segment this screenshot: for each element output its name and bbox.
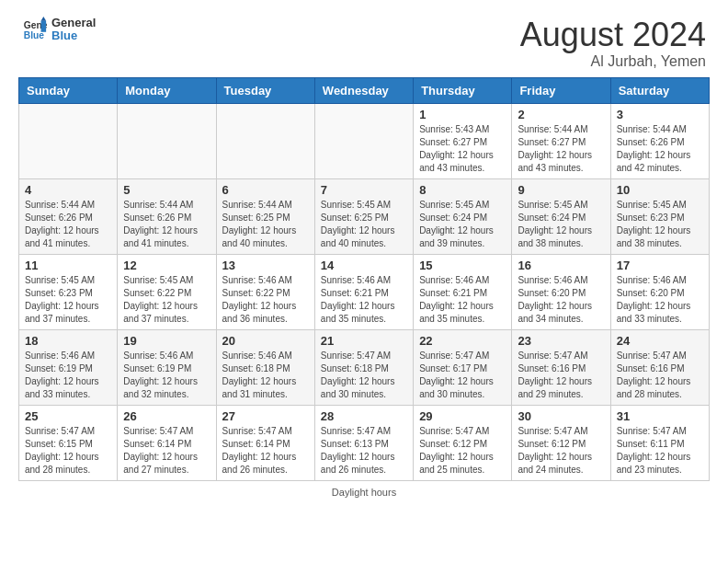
calendar-table: SundayMondayTuesdayWednesdayThursdayFrid… bbox=[18, 77, 710, 481]
svg-text:Blue: Blue bbox=[24, 31, 45, 41]
page-header: General Blue General Blue August 2024 Al… bbox=[0, 0, 728, 77]
calendar-wrapper: SundayMondayTuesdayWednesdayThursdayFrid… bbox=[0, 77, 728, 481]
day-number: 12 bbox=[123, 259, 210, 272]
calendar-cell bbox=[314, 103, 413, 178]
calendar-cell: 16Sunrise: 5:46 AM Sunset: 6:20 PM Dayli… bbox=[512, 254, 610, 329]
calendar-cell: 27Sunrise: 5:47 AM Sunset: 6:14 PM Dayli… bbox=[216, 405, 314, 480]
day-info: Sunrise: 5:45 AM Sunset: 6:24 PM Dayligh… bbox=[419, 199, 506, 250]
calendar-cell bbox=[19, 103, 118, 178]
calendar-cell: 29Sunrise: 5:47 AM Sunset: 6:12 PM Dayli… bbox=[414, 405, 512, 480]
day-info: Sunrise: 5:44 AM Sunset: 6:27 PM Dayligh… bbox=[518, 123, 604, 175]
day-info: Sunrise: 5:46 AM Sunset: 6:20 PM Dayligh… bbox=[518, 274, 604, 326]
location-title: Al Jurbah, Yemen bbox=[520, 53, 706, 70]
calendar-cell: 31Sunrise: 5:47 AM Sunset: 6:11 PM Dayli… bbox=[610, 405, 709, 480]
day-number: 11 bbox=[25, 259, 111, 272]
calendar-cell: 25Sunrise: 5:47 AM Sunset: 6:15 PM Dayli… bbox=[19, 405, 118, 480]
day-info: Sunrise: 5:44 AM Sunset: 6:26 PM Dayligh… bbox=[617, 123, 703, 175]
calendar-header-row: SundayMondayTuesdayWednesdayThursdayFrid… bbox=[19, 77, 710, 103]
calendar-week-row: 4Sunrise: 5:44 AM Sunset: 6:26 PM Daylig… bbox=[19, 178, 710, 254]
calendar-cell: 9Sunrise: 5:45 AM Sunset: 6:24 PM Daylig… bbox=[512, 178, 610, 254]
day-info: Sunrise: 5:47 AM Sunset: 6:12 PM Dayligh… bbox=[419, 425, 506, 477]
calendar-cell: 30Sunrise: 5:47 AM Sunset: 6:12 PM Dayli… bbox=[512, 405, 610, 480]
day-number: 6 bbox=[222, 183, 309, 197]
day-info: Sunrise: 5:46 AM Sunset: 6:22 PM Dayligh… bbox=[222, 274, 309, 326]
day-info: Sunrise: 5:47 AM Sunset: 6:16 PM Dayligh… bbox=[518, 350, 604, 401]
calendar-cell: 2Sunrise: 5:44 AM Sunset: 6:27 PM Daylig… bbox=[512, 103, 610, 178]
day-number: 25 bbox=[25, 409, 111, 423]
logo: General Blue General Blue bbox=[22, 17, 96, 43]
day-number: 5 bbox=[123, 183, 210, 197]
day-number: 24 bbox=[617, 334, 703, 348]
calendar-cell: 20Sunrise: 5:46 AM Sunset: 6:18 PM Dayli… bbox=[216, 329, 314, 405]
calendar-cell: 28Sunrise: 5:47 AM Sunset: 6:13 PM Dayli… bbox=[314, 405, 413, 480]
day-info: Sunrise: 5:46 AM Sunset: 6:19 PM Dayligh… bbox=[25, 350, 111, 401]
day-info: Sunrise: 5:45 AM Sunset: 6:22 PM Dayligh… bbox=[123, 274, 210, 326]
weekday-header: Wednesday bbox=[314, 77, 413, 103]
calendar-cell bbox=[118, 103, 216, 178]
day-number: 22 bbox=[419, 334, 506, 348]
day-number: 7 bbox=[321, 183, 407, 197]
day-info: Sunrise: 5:46 AM Sunset: 6:18 PM Dayligh… bbox=[222, 350, 309, 401]
calendar-cell: 4Sunrise: 5:44 AM Sunset: 6:26 PM Daylig… bbox=[19, 178, 118, 254]
calendar-cell: 10Sunrise: 5:45 AM Sunset: 6:23 PM Dayli… bbox=[610, 178, 709, 254]
day-number: 30 bbox=[518, 409, 604, 423]
weekday-header: Tuesday bbox=[216, 77, 314, 103]
calendar-cell: 1Sunrise: 5:43 AM Sunset: 6:27 PM Daylig… bbox=[414, 103, 512, 178]
day-number: 8 bbox=[419, 183, 506, 197]
day-info: Sunrise: 5:45 AM Sunset: 6:23 PM Dayligh… bbox=[25, 274, 111, 326]
calendar-cell: 12Sunrise: 5:45 AM Sunset: 6:22 PM Dayli… bbox=[118, 254, 216, 329]
svg-marker-2 bbox=[41, 21, 47, 32]
footer-note: Daylight hours bbox=[0, 481, 728, 501]
logo-line2: Blue bbox=[51, 29, 96, 42]
calendar-week-row: 1Sunrise: 5:43 AM Sunset: 6:27 PM Daylig… bbox=[19, 103, 710, 178]
day-info: Sunrise: 5:46 AM Sunset: 6:19 PM Dayligh… bbox=[123, 350, 210, 401]
calendar-cell: 13Sunrise: 5:46 AM Sunset: 6:22 PM Dayli… bbox=[216, 254, 314, 329]
day-info: Sunrise: 5:43 AM Sunset: 6:27 PM Dayligh… bbox=[419, 123, 506, 175]
calendar-cell: 5Sunrise: 5:44 AM Sunset: 6:26 PM Daylig… bbox=[118, 178, 216, 254]
day-number: 10 bbox=[617, 183, 703, 197]
calendar-cell: 19Sunrise: 5:46 AM Sunset: 6:19 PM Dayli… bbox=[118, 329, 216, 405]
day-number: 21 bbox=[321, 334, 407, 348]
day-number: 4 bbox=[25, 183, 111, 197]
day-number: 14 bbox=[321, 259, 407, 272]
calendar-body: 1Sunrise: 5:43 AM Sunset: 6:27 PM Daylig… bbox=[19, 103, 710, 480]
day-info: Sunrise: 5:46 AM Sunset: 6:21 PM Dayligh… bbox=[419, 274, 506, 326]
day-info: Sunrise: 5:44 AM Sunset: 6:26 PM Dayligh… bbox=[25, 199, 111, 250]
calendar-week-row: 11Sunrise: 5:45 AM Sunset: 6:23 PM Dayli… bbox=[19, 254, 710, 329]
weekday-header: Thursday bbox=[414, 77, 512, 103]
day-number: 9 bbox=[518, 183, 604, 197]
day-number: 18 bbox=[25, 334, 111, 348]
month-title: August 2024 bbox=[520, 17, 706, 53]
calendar-week-row: 18Sunrise: 5:46 AM Sunset: 6:19 PM Dayli… bbox=[19, 329, 710, 405]
day-number: 31 bbox=[617, 409, 703, 423]
day-info: Sunrise: 5:47 AM Sunset: 6:17 PM Dayligh… bbox=[419, 350, 506, 401]
logo-line1: General bbox=[51, 17, 96, 29]
day-info: Sunrise: 5:45 AM Sunset: 6:23 PM Dayligh… bbox=[617, 199, 703, 250]
calendar-cell: 24Sunrise: 5:47 AM Sunset: 6:16 PM Dayli… bbox=[610, 329, 709, 405]
day-number: 2 bbox=[518, 108, 604, 121]
calendar-cell: 14Sunrise: 5:46 AM Sunset: 6:21 PM Dayli… bbox=[314, 254, 413, 329]
day-number: 1 bbox=[419, 108, 506, 121]
day-number: 27 bbox=[222, 409, 309, 423]
calendar-cell: 15Sunrise: 5:46 AM Sunset: 6:21 PM Dayli… bbox=[414, 254, 512, 329]
day-info: Sunrise: 5:47 AM Sunset: 6:14 PM Dayligh… bbox=[123, 425, 210, 477]
day-number: 20 bbox=[222, 334, 309, 348]
calendar-cell: 7Sunrise: 5:45 AM Sunset: 6:25 PM Daylig… bbox=[314, 178, 413, 254]
day-info: Sunrise: 5:47 AM Sunset: 6:16 PM Dayligh… bbox=[617, 350, 703, 401]
calendar-cell: 8Sunrise: 5:45 AM Sunset: 6:24 PM Daylig… bbox=[414, 178, 512, 254]
day-number: 17 bbox=[617, 259, 703, 272]
calendar-cell: 21Sunrise: 5:47 AM Sunset: 6:18 PM Dayli… bbox=[314, 329, 413, 405]
calendar-cell: 3Sunrise: 5:44 AM Sunset: 6:26 PM Daylig… bbox=[610, 103, 709, 178]
calendar-cell: 23Sunrise: 5:47 AM Sunset: 6:16 PM Dayli… bbox=[512, 329, 610, 405]
day-info: Sunrise: 5:47 AM Sunset: 6:14 PM Dayligh… bbox=[222, 425, 309, 477]
day-number: 26 bbox=[123, 409, 210, 423]
calendar-cell: 18Sunrise: 5:46 AM Sunset: 6:19 PM Dayli… bbox=[19, 329, 118, 405]
day-info: Sunrise: 5:47 AM Sunset: 6:18 PM Dayligh… bbox=[321, 350, 407, 401]
calendar-cell: 6Sunrise: 5:44 AM Sunset: 6:25 PM Daylig… bbox=[216, 178, 314, 254]
day-number: 28 bbox=[321, 409, 407, 423]
day-number: 16 bbox=[518, 259, 604, 272]
day-info: Sunrise: 5:45 AM Sunset: 6:25 PM Dayligh… bbox=[321, 199, 407, 250]
day-number: 23 bbox=[518, 334, 604, 348]
day-info: Sunrise: 5:46 AM Sunset: 6:20 PM Dayligh… bbox=[617, 274, 703, 326]
day-info: Sunrise: 5:45 AM Sunset: 6:24 PM Dayligh… bbox=[518, 199, 604, 250]
